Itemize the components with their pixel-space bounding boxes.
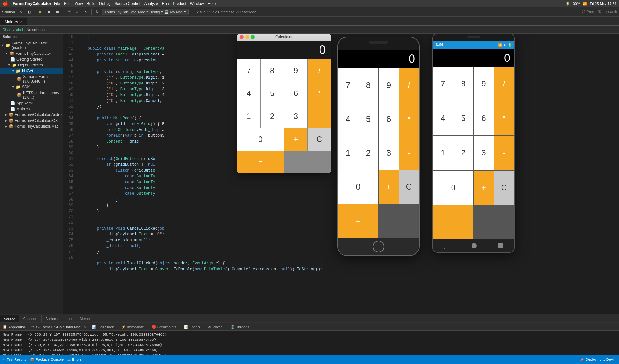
menu-build[interactable]: Build bbox=[87, 1, 96, 6]
sidebar-item-main-project[interactable]: ▼ 📦 FormsTinyCalculator bbox=[0, 51, 63, 56]
toolbar-stop-btn[interactable]: ⏹ bbox=[54, 9, 61, 15]
calc-btn-8[interactable]: 8 bbox=[261, 59, 284, 82]
tab-breakpoints[interactable]: 🔴 Breakpoints bbox=[150, 324, 178, 330]
android-btn-3[interactable]: 3 bbox=[474, 136, 494, 170]
android-btn-1[interactable]: 1 bbox=[433, 136, 453, 170]
status-errors[interactable]: ⚠ Errors bbox=[67, 358, 82, 362]
code-editor[interactable]: 4041424344 4546474849 5051525354 5556575… bbox=[63, 34, 619, 314]
toolbar-sidebar-btn[interactable]: ◧ bbox=[25, 9, 33, 15]
ios-home-button[interactable] bbox=[373, 241, 384, 252]
tab-watch[interactable]: 👁 Watch bbox=[206, 324, 225, 330]
tab-authors[interactable]: Authors bbox=[42, 315, 62, 322]
sidebar-item-mac[interactable]: ▶ 📦 FormsTinyCalculator.Mac bbox=[0, 123, 63, 129]
toolbar-close-btn[interactable]: ✕ bbox=[17, 9, 24, 15]
ios-btn-4[interactable]: 4 bbox=[338, 102, 358, 136]
calc-btn-0[interactable]: 0 bbox=[237, 128, 284, 151]
android-btn-7[interactable]: 7 bbox=[433, 67, 453, 101]
ios-btn-8[interactable]: 8 bbox=[358, 68, 378, 102]
debug-target-selector[interactable]: FormsTinyCalculator.Mac ▾ Debug ▾ 💻 My M… bbox=[102, 9, 189, 15]
traffic-light-red[interactable] bbox=[240, 35, 244, 39]
ios-btn-1[interactable]: 1 bbox=[338, 136, 358, 170]
android-recent-icon[interactable] bbox=[498, 243, 503, 248]
calc-btn-9[interactable]: 9 bbox=[284, 59, 308, 82]
calc-btn-multiply[interactable]: * bbox=[308, 82, 331, 105]
android-btn-6[interactable]: 6 bbox=[474, 101, 494, 135]
android-btn-multiply[interactable]: * bbox=[494, 101, 514, 135]
tab-locals[interactable]: 📝 Locals bbox=[182, 324, 202, 330]
tab-close-icon[interactable]: ✕ bbox=[20, 20, 23, 24]
android-btn-8[interactable]: 8 bbox=[453, 67, 473, 101]
ios-btn-7[interactable]: 7 bbox=[338, 68, 358, 102]
android-btn-equals[interactable]: = bbox=[433, 205, 473, 239]
toolbar-step-out[interactable]: ↖ bbox=[82, 9, 89, 15]
menu-product[interactable]: Product bbox=[173, 1, 186, 6]
traffic-light-yellow[interactable] bbox=[245, 35, 249, 39]
ios-btn-plus[interactable]: + bbox=[379, 170, 399, 204]
tab-immediate[interactable]: ⚡ Immediate bbox=[119, 324, 146, 330]
menu-help[interactable]: Help bbox=[208, 1, 216, 6]
tab-merge[interactable]: Merge bbox=[76, 315, 94, 322]
toolbar-run-btn[interactable]: ▶ bbox=[37, 9, 44, 15]
ios-btn-2[interactable]: 2 bbox=[358, 136, 378, 170]
android-back-icon[interactable] bbox=[444, 242, 450, 249]
toolbar-step-over[interactable]: ↷ bbox=[66, 9, 73, 15]
calc-btn-7[interactable]: 7 bbox=[237, 59, 260, 82]
ios-btn-5[interactable]: 5 bbox=[358, 102, 378, 136]
android-btn-4[interactable]: 4 bbox=[433, 101, 453, 135]
tab-changes[interactable]: Changes bbox=[19, 315, 42, 322]
calc-btn-equals[interactable]: = bbox=[237, 151, 284, 173]
sidebar-item-nuget[interactable]: ▼ 📁 NuGet bbox=[0, 68, 63, 74]
calc-btn-1[interactable]: 1 bbox=[237, 105, 260, 128]
sidebar-item-xamarin-forms[interactable]: 📦 Xamarin.Forms (3.0.0.446...) bbox=[0, 74, 63, 84]
menu-file[interactable]: File bbox=[54, 1, 60, 6]
android-btn-0[interactable]: 0 bbox=[433, 171, 473, 205]
android-btn-plus[interactable]: + bbox=[474, 171, 494, 205]
sidebar-item-sdk[interactable]: ▼ 📁 SDK bbox=[0, 84, 63, 90]
calc-btn-3[interactable]: 3 bbox=[284, 105, 308, 128]
android-btn-2[interactable]: 2 bbox=[453, 136, 473, 170]
calc-btn-4[interactable]: 4 bbox=[237, 82, 260, 105]
ios-btn-divide[interactable]: / bbox=[399, 68, 419, 102]
status-test-results[interactable]: ✓ Test Results bbox=[3, 358, 26, 362]
android-btn-9[interactable]: 9 bbox=[474, 67, 494, 101]
sidebar-item-netstandard[interactable]: 📦 NETStandard.Library (2.0...) bbox=[0, 90, 63, 100]
output-close-btn[interactable]: ✕ bbox=[83, 325, 86, 329]
ios-btn-0[interactable]: 0 bbox=[338, 170, 378, 204]
ios-btn-3[interactable]: 3 bbox=[379, 136, 399, 170]
breadcrumb-displayLabel[interactable]: DisplayLabel bbox=[3, 28, 23, 32]
calc-btn-2[interactable]: 2 bbox=[261, 105, 284, 128]
ios-btn-6[interactable]: 6 bbox=[379, 102, 399, 136]
menu-window[interactable]: Window bbox=[190, 1, 204, 6]
tab-source[interactable]: Source bbox=[0, 315, 19, 322]
menu-edit[interactable]: Edit bbox=[64, 1, 71, 6]
traffic-light-green[interactable] bbox=[251, 35, 255, 39]
ios-btn-multiply[interactable]: * bbox=[399, 102, 419, 136]
sidebar-item-root[interactable]: ▼ 📁 FormsTinyCalculator (master) bbox=[0, 40, 63, 51]
calc-btn-6[interactable]: 6 bbox=[284, 82, 308, 105]
sidebar-item-main-cs[interactable]: 📄 Main.cs bbox=[0, 106, 63, 112]
toolbar-refresh-btn[interactable]: ↻ bbox=[94, 9, 101, 15]
android-btn-divide[interactable]: / bbox=[494, 67, 514, 101]
ios-btn-9[interactable]: 9 bbox=[379, 68, 399, 102]
ios-btn-cancel[interactable]: C bbox=[399, 170, 419, 204]
calc-btn-divide[interactable]: / bbox=[308, 59, 331, 82]
tab-callstack[interactable]: 📊 Call Stack bbox=[90, 324, 116, 330]
menu-debug[interactable]: Debug bbox=[99, 1, 110, 6]
menu-run[interactable]: Run bbox=[162, 1, 169, 6]
toolbar-step-in[interactable]: ↙ bbox=[74, 9, 81, 15]
ios-btn-minus[interactable]: - bbox=[399, 136, 419, 170]
sidebar-item-app-xaml[interactable]: 📄 App.xaml bbox=[0, 100, 63, 106]
menu-analyze[interactable]: Analyze bbox=[144, 1, 158, 6]
sidebar-item-getting-started[interactable]: 📄 Getting Started bbox=[0, 56, 63, 62]
calc-btn-plus[interactable]: + bbox=[284, 128, 308, 151]
sidebar-item-ios[interactable]: ▶ 📦 FormsTinyCalculator.iOS bbox=[0, 118, 63, 123]
menu-view[interactable]: View bbox=[75, 1, 83, 6]
toolbar-pause-btn[interactable]: ⏸ bbox=[45, 9, 53, 15]
tab-threads[interactable]: 🧵 Threads bbox=[228, 324, 251, 330]
calc-btn-5[interactable]: 5 bbox=[261, 82, 284, 105]
tab-log[interactable]: Log bbox=[62, 315, 76, 322]
sidebar-item-dependencies[interactable]: ▼ 📁 Dependencies bbox=[0, 62, 63, 68]
android-btn-minus[interactable]: - bbox=[494, 136, 514, 170]
android-btn-5[interactable]: 5 bbox=[453, 101, 473, 135]
ios-btn-equals[interactable]: = bbox=[338, 204, 378, 238]
